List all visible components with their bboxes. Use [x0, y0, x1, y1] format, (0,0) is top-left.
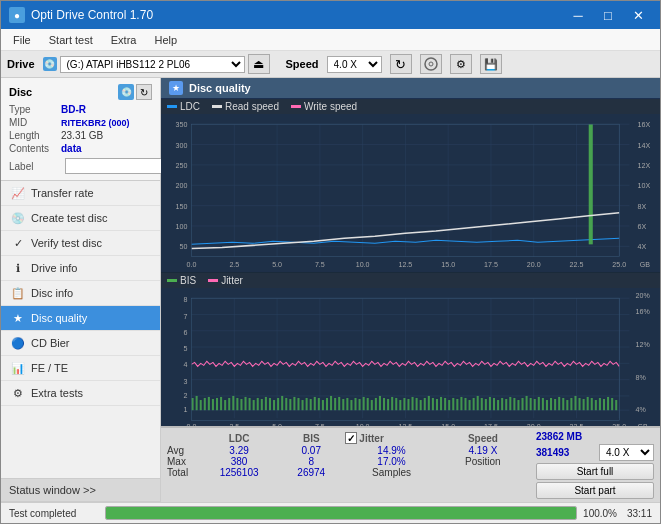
disc-refresh-btn[interactable]: ↻	[136, 84, 152, 100]
app-icon: ●	[9, 7, 25, 23]
jitter-checkbox[interactable]: ✓	[345, 432, 357, 444]
disc-quality-icon: ★	[11, 311, 25, 325]
drive-select[interactable]: (G:) ATAPI iHBS112 2 PL06	[60, 56, 245, 73]
progress-bar-outer	[105, 506, 577, 520]
start-full-button[interactable]: Start full	[536, 463, 654, 480]
disc-contents-label: Contents	[9, 143, 61, 154]
sidebar-item-create-test-disc[interactable]: 💿 Create test disc	[1, 206, 160, 231]
status-window-btn[interactable]: Status window >>	[1, 478, 160, 502]
legend-jitter-label: Jitter	[221, 275, 243, 286]
ldc-color	[167, 105, 177, 108]
extra-tests-label: Extra tests	[31, 387, 83, 399]
sidebar-item-verify-test-disc[interactable]: ✓ Verify test disc	[1, 231, 160, 256]
disc-type-row: Type BD-R	[9, 104, 152, 115]
disc-length-label: Length	[9, 130, 61, 141]
svg-rect-105	[293, 397, 295, 410]
svg-rect-168	[550, 398, 552, 410]
svg-rect-95	[253, 400, 255, 410]
start-part-button[interactable]: Start part	[536, 482, 654, 499]
ldc-col-header: LDC	[197, 431, 281, 445]
svg-rect-146	[460, 397, 462, 410]
refresh-button[interactable]: ↻	[390, 54, 412, 74]
svg-text:3: 3	[184, 378, 188, 386]
svg-rect-98	[265, 397, 267, 410]
svg-rect-115	[334, 398, 336, 410]
close-button[interactable]: ✕	[624, 1, 652, 29]
samples-key: Samples	[372, 467, 411, 478]
jitter-max: 17.0%	[341, 456, 441, 467]
svg-rect-125	[375, 398, 377, 410]
stats-table-wrapper: LDC BIS ✓ Jitter Speed	[161, 428, 530, 502]
svg-rect-151	[481, 398, 483, 410]
bottom-chart-svg-wrapper: 1 2 3 4 5 6 7 8 4% 8% 12% 16%	[161, 288, 660, 426]
fe-te-label: FE / TE	[31, 362, 68, 374]
minimize-button[interactable]: ─	[564, 1, 592, 29]
speed-avg: 4.19 X	[442, 445, 524, 456]
svg-text:25.0: 25.0	[612, 261, 626, 269]
sidebar-item-fe-te[interactable]: 📊 FE / TE	[1, 356, 160, 381]
titlebar-controls: ─ □ ✕	[564, 1, 652, 29]
svg-rect-172	[566, 400, 568, 410]
disc-info-label: Disc info	[31, 287, 73, 299]
svg-text:4: 4	[184, 361, 188, 369]
stats-total-row: Total 1256103 26974 Samples	[167, 467, 524, 478]
settings-button[interactable]: ⚙	[450, 54, 472, 74]
sidebar-item-transfer-rate[interactable]: 📈 Transfer rate	[1, 181, 160, 206]
svg-text:300: 300	[176, 142, 188, 150]
sidebar-item-extra-tests[interactable]: ⚙ Extra tests	[1, 381, 160, 406]
menu-file[interactable]: File	[5, 32, 39, 48]
svg-rect-175	[579, 398, 581, 410]
sidebar-item-cd-bier[interactable]: 🔵 CD Bier	[1, 331, 160, 356]
cd-bier-icon: 🔵	[11, 336, 25, 350]
eject-button[interactable]: ⏏	[248, 54, 270, 74]
menu-help[interactable]: Help	[146, 32, 185, 48]
disc-mid-label: MID	[9, 117, 61, 128]
stats-row: LDC BIS ✓ Jitter Speed	[161, 427, 660, 502]
svg-text:2: 2	[184, 392, 188, 400]
svg-rect-179	[595, 400, 597, 410]
bis-avg: 0.07	[281, 445, 341, 456]
legend-bis-label: BIS	[180, 275, 196, 286]
svg-rect-119	[350, 400, 352, 410]
svg-text:4X: 4X	[638, 243, 647, 251]
svg-text:10X: 10X	[638, 182, 651, 190]
speed-select-bottom[interactable]: 4.0 X	[599, 444, 654, 461]
svg-rect-164	[534, 399, 536, 410]
bis-color	[167, 279, 177, 282]
svg-rect-171	[562, 398, 564, 410]
menu-extra[interactable]: Extra	[103, 32, 145, 48]
svg-rect-126	[379, 396, 381, 410]
svg-point-1	[429, 62, 433, 66]
svg-rect-82	[200, 400, 202, 410]
sidebar-item-drive-info[interactable]: ℹ Drive info	[1, 256, 160, 281]
svg-rect-127	[383, 398, 385, 410]
svg-point-0	[425, 58, 437, 70]
menu-starttest[interactable]: Start test	[41, 32, 101, 48]
legend-ldc: LDC	[167, 101, 200, 112]
save-button[interactable]: 💾	[480, 54, 502, 74]
svg-rect-181	[603, 399, 605, 410]
transfer-rate-icon: 📈	[11, 186, 25, 200]
svg-rect-114	[330, 396, 332, 410]
menubar: File Start test Extra Help	[1, 29, 660, 51]
titlebar: ● Opti Drive Control 1.70 ─ □ ✕	[1, 1, 660, 29]
svg-text:15.0: 15.0	[441, 422, 455, 426]
status-percent: 100.0%	[583, 508, 617, 519]
bottom-chart-section: BIS Jitter	[161, 273, 660, 426]
svg-rect-183	[611, 398, 613, 410]
sidebar-item-disc-info[interactable]: 📋 Disc info	[1, 281, 160, 306]
svg-rect-134	[412, 397, 414, 410]
disc-button[interactable]	[420, 54, 442, 74]
verify-test-disc-label: Verify test disc	[31, 237, 102, 249]
speed-select[interactable]: 4.0 X	[327, 56, 382, 73]
svg-text:17.5: 17.5	[484, 422, 498, 426]
svg-text:7: 7	[184, 312, 188, 320]
svg-text:1: 1	[184, 406, 188, 414]
legend-jitter: Jitter	[208, 275, 243, 286]
maximize-button[interactable]: □	[594, 1, 622, 29]
svg-text:12%: 12%	[636, 341, 651, 349]
disc-length-row: Length 23.31 GB	[9, 130, 152, 141]
svg-text:12.5: 12.5	[398, 422, 412, 426]
sidebar-item-disc-quality[interactable]: ★ Disc quality	[1, 306, 160, 331]
svg-text:10.0: 10.0	[356, 261, 370, 269]
